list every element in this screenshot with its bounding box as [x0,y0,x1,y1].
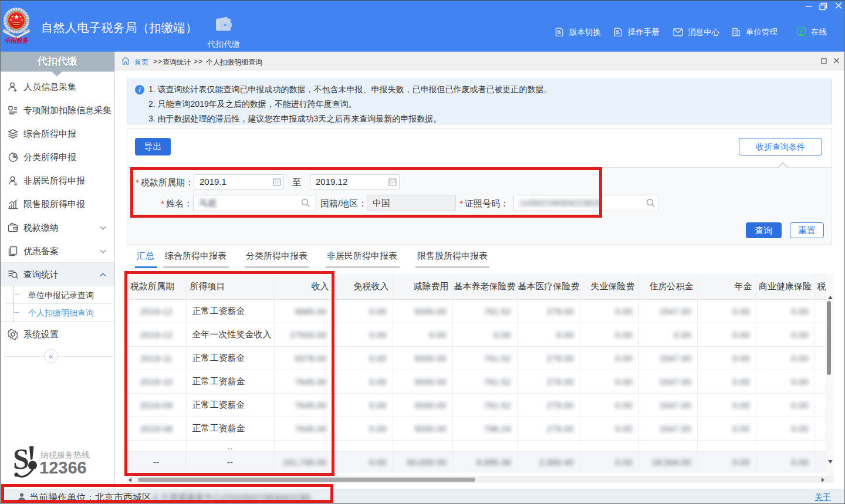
svg-text:中国税务: 中国税务 [5,37,29,44]
svg-text:S: S [13,444,29,475]
